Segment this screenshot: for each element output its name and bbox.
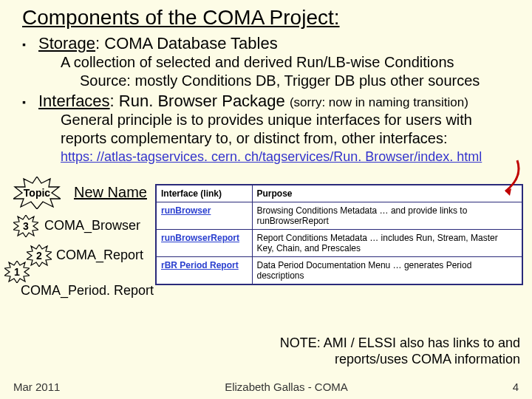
table-row: runBrowserReport Report Conditions Metad… [156,230,522,257]
storage-sub1: A collection of selected and derived Run… [61,53,517,72]
burst-2-label: 2 [36,250,42,262]
footer-page: 4 [513,381,519,393]
bullet-interfaces: Interfaces: Run. Browser Package (sorry:… [38,92,468,111]
footer-date: Mar 2011 [13,381,60,393]
burst-3: 3 [13,215,38,237]
bullet-marker: ▪ [22,34,38,53]
row1-link[interactable]: runBrowserReport [161,233,239,243]
row0-purpose: Browsing Conditions Metadata … and provi… [252,202,522,230]
interface-table: Interface (link) Purpose runBrowser Brow… [155,184,523,285]
row2-purpose: Data Period Documentation Menu … generat… [252,257,522,285]
arrow-icon [488,159,525,203]
storage-label: Storage [38,34,95,52]
th-interface: Interface (link) [156,185,252,202]
table-row: rBR Period Report Data Period Documentat… [156,257,522,285]
label-coma-period-report: COMA_Period. Report [21,283,154,299]
row1-purpose: Report Conditions Metadata … includes Ru… [252,230,522,257]
storage-rest: : COMA Database Tables [95,34,278,52]
interfaces-label: Interfaces [38,92,110,110]
burst-topic: Topic [13,177,61,209]
row0-link[interactable]: runBrowser [161,205,211,216]
table-row: runBrowser Browsing Conditions Metadata … [156,202,522,230]
new-name-header: New Name [74,184,147,201]
bullet-storage: Storage: COMA Database Tables [38,34,278,53]
interfaces-paren: (sorry: now in naming transition) [290,95,468,109]
interfaces-link[interactable]: https: //atlas-tagservices. cern. ch/tag… [61,149,517,165]
burst-1: 1 [4,261,30,283]
burst-1-label: 1 [14,266,20,278]
burst-2: 2 [27,245,52,267]
storage-sub2: Source: mostly Conditions DB, Trigger DB… [80,72,517,90]
slide-title: Components of the COMA Project: [0,0,532,33]
th-purpose: Purpose [252,185,522,202]
burst-3-label: 3 [23,220,29,232]
note-text: NOTE: AMI / ELSSI also has links to and … [210,335,520,367]
diagram-area: Topic 3 2 1 New Name COMA_Browser COMA_R… [0,174,532,321]
footer-author: Elizabeth Gallas - COMA [225,381,348,393]
footer: Mar 2011 Elizabeth Gallas - COMA 4 [0,381,532,393]
label-coma-report: COMA_Report [56,248,143,263]
row2-link[interactable]: rBR Period Report [161,260,239,270]
interfaces-rest: : Run. Browser Package [110,92,290,110]
burst-topic-label: Topic [24,187,50,199]
interfaces-sub1: General principle is to provides unique … [61,111,517,148]
label-coma-browser: COMA_Browser [44,218,140,233]
bullet-marker: ▪ [22,92,38,111]
bullet-list: ▪ Storage: COMA Database Tables A collec… [0,34,532,165]
